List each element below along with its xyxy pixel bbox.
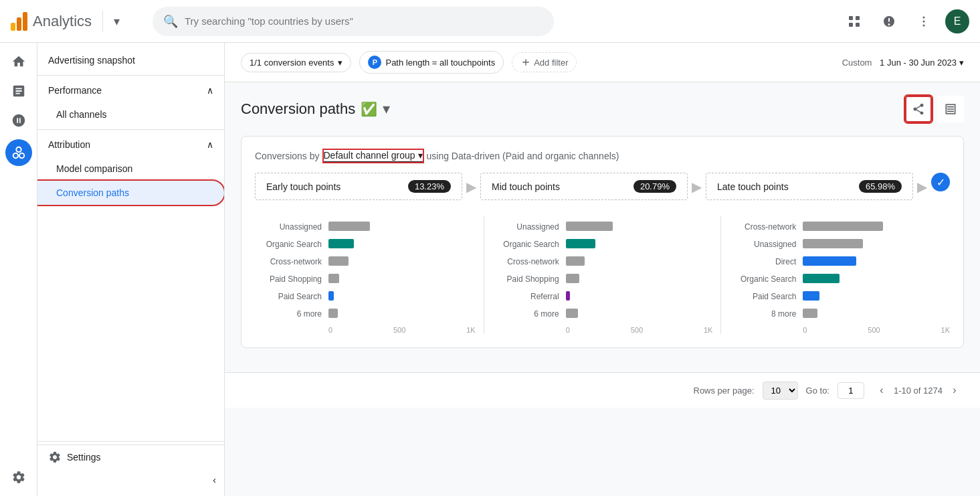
- axis-tick: 1K: [941, 326, 950, 334]
- content-toolbar: 1/1 conversion events ▾ P Path length = …: [225, 43, 980, 82]
- bar-fill: [328, 309, 338, 318]
- model-comparison-label: Model comparison: [56, 163, 132, 174]
- arrow-2: ▶: [688, 173, 706, 200]
- nav-attribution-icon[interactable]: [5, 139, 32, 166]
- nav-explore-icon[interactable]: [5, 107, 32, 134]
- logo-divider: [102, 11, 103, 32]
- bar-row: Unassigned: [492, 222, 713, 232]
- bar-container: [803, 291, 950, 302]
- axis-tick: 500: [393, 326, 405, 334]
- bar-container: [566, 309, 713, 319]
- search-input[interactable]: [185, 15, 543, 27]
- bar-container: [328, 291, 476, 302]
- late-chart-section: Cross-networkUnassignedDirectOrganic Sea…: [724, 216, 950, 334]
- goto-input[interactable]: [838, 382, 864, 399]
- pagination-nav: ‹ 1-10 of 1274 ›: [872, 381, 964, 400]
- bar-row: Organic Search: [729, 274, 950, 284]
- sidebar-section-performance[interactable]: Performance ∧: [37, 78, 224, 102]
- performance-collapse-icon: ∧: [207, 85, 213, 96]
- late-touch-label: Late touch points: [717, 181, 789, 192]
- bar-row: Organic Search: [492, 239, 713, 250]
- search-icon: 🔍: [163, 14, 178, 29]
- bar-row: Cross-network: [729, 222, 950, 232]
- bar-row: Unassigned: [255, 222, 476, 232]
- date-spacer: [874, 58, 877, 68]
- bar-fill: [803, 256, 856, 266]
- green-check-icon: ✅: [361, 101, 377, 117]
- svg-rect-2: [849, 23, 853, 27]
- bar-row: Paid Shopping: [492, 274, 713, 284]
- search-bar[interactable]: 🔍: [153, 7, 554, 36]
- sidebar-settings[interactable]: Settings: [37, 444, 224, 469]
- early-touch-label: Early touch points: [266, 181, 340, 192]
- topbar: Analytics ▾ 🔍 E: [0, 0, 980, 43]
- logo-area: Analytics ▾: [11, 11, 144, 32]
- svg-point-5: [923, 20, 925, 22]
- section-dropdown-icon[interactable]: ▾: [383, 100, 390, 118]
- conversion-events-label: 1/1 conversion events: [250, 58, 334, 68]
- date-filter[interactable]: Custom 1 Jun - 30 Jun 2023 ▾: [842, 58, 964, 68]
- logo-dropdown-icon[interactable]: ▾: [114, 14, 120, 29]
- mid-touch-section: Mid touch points 20.79%: [480, 173, 688, 200]
- sidebar-collapse-button[interactable]: ‹: [37, 469, 224, 491]
- topbar-actions: E: [841, 8, 969, 35]
- chart-axis: 05001K: [729, 326, 950, 334]
- bar-row: Paid Search: [255, 291, 476, 302]
- sidebar-section-attribution[interactable]: Attribution ∧: [37, 133, 224, 157]
- nav-home-icon[interactable]: [5, 48, 32, 75]
- mid-chart-section: UnassignedOrganic SearchCross-networkPai…: [487, 216, 718, 334]
- bar-label: Referral: [492, 292, 566, 301]
- bar-container: [566, 222, 713, 232]
- sidebar-item-advertising-snapshot[interactable]: Advertising snapshot: [37, 48, 224, 72]
- conversion-card: Conversions by Default channel group ▾ u…: [241, 136, 964, 348]
- bar-container: [328, 274, 476, 284]
- model-text: using Data-driven (Paid and organic chan…: [427, 151, 619, 161]
- conversion-events-dropdown-icon: ▾: [338, 58, 342, 68]
- mid-touch-label: Mid touch points: [492, 181, 560, 192]
- add-filter-chip[interactable]: Add filter: [512, 52, 577, 72]
- bar-row: 6 more: [492, 309, 713, 319]
- rows-per-page-select[interactable]: 10 25 50: [763, 382, 798, 400]
- bar-label: 6 more: [255, 309, 328, 319]
- channel-group-dropdown[interactable]: Default channel group ▾: [324, 150, 423, 162]
- bar-container: [566, 239, 713, 250]
- sidebar-item-all-channels[interactable]: All channels: [37, 102, 224, 127]
- bar-label: Unassigned: [492, 222, 566, 232]
- svg-point-4: [923, 16, 925, 18]
- more-vert-icon-button[interactable]: [910, 8, 937, 35]
- bar-label: Organic Search: [729, 274, 803, 284]
- early-touch-header: Early touch points 13.23%: [255, 173, 462, 200]
- nav-reports-icon[interactable]: [5, 78, 32, 104]
- add-filter-label: Add filter: [534, 58, 568, 68]
- bar-label: Unassigned: [255, 222, 328, 232]
- all-channels-label: All channels: [56, 109, 107, 120]
- sidebar-divider-1: [37, 75, 224, 76]
- svg-rect-3: [856, 23, 860, 27]
- bar-fill: [566, 309, 578, 318]
- logo-icon: [11, 12, 27, 31]
- pagination-prev-button[interactable]: ‹: [872, 381, 891, 400]
- insights-button[interactable]: [937, 96, 964, 122]
- section-actions: [905, 96, 964, 122]
- bar-fill: [566, 239, 595, 248]
- conversion-events-filter[interactable]: 1/1 conversion events ▾: [241, 53, 351, 72]
- sidebar-item-conversion-paths[interactable]: Conversion paths: [37, 181, 224, 205]
- bar-label: Unassigned: [729, 240, 803, 249]
- avatar[interactable]: E: [945, 9, 969, 33]
- pagination-next-button[interactable]: ›: [945, 381, 964, 400]
- nav-settings-icon[interactable]: [5, 464, 32, 491]
- bar-fill: [328, 222, 370, 231]
- path-length-filter[interactable]: P Path length = all touchpoints: [359, 51, 504, 74]
- bar-label: Cross-network: [255, 257, 328, 266]
- apps-icon-button[interactable]: [841, 8, 868, 35]
- axis-tick: 0: [328, 326, 332, 334]
- bar-fill: [566, 291, 570, 301]
- help-icon-button[interactable]: [876, 8, 902, 35]
- bar-container: [566, 291, 713, 302]
- bar-row: Organic Search: [255, 239, 476, 250]
- rows-per-page-label: Rows per page:: [694, 386, 755, 396]
- early-chart-bars: UnassignedOrganic SearchCross-networkPai…: [255, 222, 476, 334]
- bar-container: [328, 239, 476, 250]
- sidebar-item-model-comparison[interactable]: Model comparison: [37, 157, 224, 181]
- share-button[interactable]: [905, 96, 932, 122]
